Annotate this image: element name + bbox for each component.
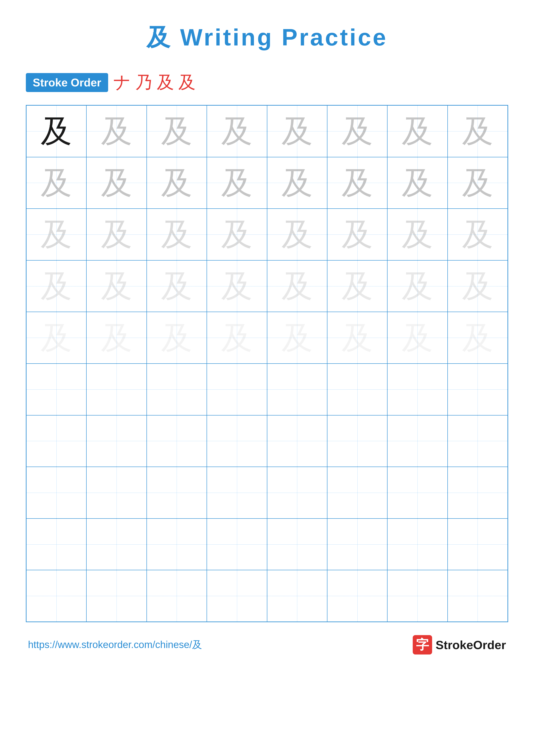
guide-char: 及 bbox=[282, 116, 313, 147]
grid-cell[interactable] bbox=[87, 467, 146, 519]
grid-cell[interactable]: 及 bbox=[207, 105, 267, 157]
grid-cell[interactable] bbox=[267, 364, 327, 415]
grid-cell[interactable]: 及 bbox=[327, 157, 387, 209]
grid-cell[interactable] bbox=[327, 519, 387, 570]
grid-cell[interactable] bbox=[327, 570, 387, 622]
grid-cell[interactable] bbox=[87, 570, 146, 622]
grid-cell[interactable]: 及 bbox=[207, 260, 267, 312]
guide-char: 及 bbox=[282, 167, 313, 199]
grid-cell[interactable] bbox=[207, 467, 267, 519]
footer-brand: 字 StrokeOrder bbox=[413, 635, 506, 655]
grid-cell[interactable]: 及 bbox=[147, 312, 207, 364]
grid-cell[interactable]: 及 bbox=[387, 209, 447, 260]
guide-char: 及 bbox=[221, 322, 252, 353]
grid-cell[interactable]: 及 bbox=[26, 209, 87, 260]
page-title: 及 Writing Practice bbox=[26, 21, 508, 54]
grid-cell[interactable] bbox=[267, 467, 327, 519]
grid-cell[interactable] bbox=[207, 364, 267, 415]
stroke-char-3: 及 bbox=[157, 71, 174, 94]
grid-cell[interactable] bbox=[87, 519, 146, 570]
grid-cell[interactable] bbox=[26, 519, 87, 570]
grid-cell[interactable]: 及 bbox=[207, 209, 267, 260]
grid-cell[interactable]: 及 bbox=[447, 157, 508, 209]
grid-cell[interactable] bbox=[147, 467, 207, 519]
grid-cell[interactable]: 及 bbox=[87, 157, 146, 209]
grid-cell[interactable]: 及 bbox=[87, 312, 146, 364]
guide-char: 及 bbox=[161, 270, 192, 302]
grid-cell[interactable] bbox=[447, 570, 508, 622]
grid-cell[interactable]: 及 bbox=[327, 209, 387, 260]
grid-cell[interactable] bbox=[207, 570, 267, 622]
grid-cell[interactable]: 及 bbox=[207, 312, 267, 364]
grid-cell[interactable] bbox=[447, 364, 508, 415]
grid-cell[interactable]: 及 bbox=[26, 260, 87, 312]
grid-cell[interactable]: 及 bbox=[87, 260, 146, 312]
grid-cell[interactable] bbox=[267, 570, 327, 622]
guide-char: 及 bbox=[342, 116, 373, 147]
grid-cell[interactable]: 及 bbox=[267, 209, 327, 260]
grid-cell[interactable]: 及 bbox=[447, 209, 508, 260]
grid-cell[interactable] bbox=[26, 570, 87, 622]
grid-cell[interactable] bbox=[387, 467, 447, 519]
grid-cell[interactable]: 及 bbox=[387, 105, 447, 157]
grid-cell[interactable] bbox=[447, 519, 508, 570]
grid-cell[interactable] bbox=[147, 415, 207, 467]
guide-char: 及 bbox=[462, 116, 493, 147]
grid-cell[interactable] bbox=[147, 364, 207, 415]
guide-char: 及 bbox=[342, 219, 373, 250]
grid-cell[interactable]: 及 bbox=[26, 157, 87, 209]
grid-cell[interactable]: 及 bbox=[26, 312, 87, 364]
grid-cell[interactable]: 及 bbox=[327, 260, 387, 312]
grid-cell[interactable] bbox=[147, 570, 207, 622]
grid-cell[interactable]: 及 bbox=[147, 157, 207, 209]
grid-cell[interactable]: 及 bbox=[327, 312, 387, 364]
guide-char: 及 bbox=[402, 322, 433, 353]
grid-cell[interactable] bbox=[26, 415, 87, 467]
guide-char: 及 bbox=[221, 219, 252, 250]
grid-cell[interactable]: 及 bbox=[87, 105, 146, 157]
grid-cell[interactable] bbox=[26, 364, 87, 415]
guide-char: 及 bbox=[221, 270, 252, 302]
grid-cell[interactable]: 及 bbox=[147, 105, 207, 157]
grid-cell[interactable]: 及 bbox=[387, 260, 447, 312]
guide-char: 及 bbox=[462, 270, 493, 302]
grid-cell[interactable]: 及 bbox=[26, 105, 87, 157]
grid-cell[interactable]: 及 bbox=[327, 105, 387, 157]
grid-cell[interactable]: 及 bbox=[447, 312, 508, 364]
grid-cell[interactable]: 及 bbox=[267, 105, 327, 157]
grid-cell[interactable] bbox=[87, 415, 146, 467]
grid-cell[interactable]: 及 bbox=[267, 260, 327, 312]
grid-cell[interactable] bbox=[147, 519, 207, 570]
grid-cell[interactable] bbox=[387, 519, 447, 570]
grid-cell[interactable] bbox=[26, 467, 87, 519]
guide-char: 及 bbox=[101, 219, 132, 250]
grid-cell[interactable]: 及 bbox=[87, 209, 146, 260]
grid-cell[interactable] bbox=[207, 415, 267, 467]
guide-char: 及 bbox=[41, 167, 72, 199]
grid-cell[interactable] bbox=[327, 415, 387, 467]
grid-cell[interactable] bbox=[387, 364, 447, 415]
grid-cell[interactable]: 及 bbox=[267, 312, 327, 364]
guide-char: 及 bbox=[462, 322, 493, 353]
grid-cell[interactable]: 及 bbox=[147, 209, 207, 260]
grid-cell[interactable]: 及 bbox=[267, 157, 327, 209]
grid-cell[interactable]: 及 bbox=[447, 260, 508, 312]
practice-grid[interactable]: 及及及及及及及及及及及及及及及及及及及及及及及及及及及及及及及及及及及及及及及及 bbox=[26, 105, 508, 622]
grid-cell[interactable]: 及 bbox=[147, 260, 207, 312]
grid-cell[interactable]: 及 bbox=[387, 312, 447, 364]
grid-cell[interactable] bbox=[267, 415, 327, 467]
grid-cell[interactable]: 及 bbox=[447, 105, 508, 157]
guide-char: 及 bbox=[402, 116, 433, 147]
grid-cell[interactable] bbox=[387, 415, 447, 467]
grid-cell[interactable] bbox=[87, 364, 146, 415]
grid-cell[interactable]: 及 bbox=[207, 157, 267, 209]
grid-cell[interactable] bbox=[207, 519, 267, 570]
grid-cell[interactable] bbox=[447, 415, 508, 467]
grid-cell[interactable] bbox=[327, 467, 387, 519]
stroke-char-4: 及 bbox=[178, 71, 195, 94]
grid-cell[interactable] bbox=[387, 570, 447, 622]
grid-cell[interactable] bbox=[267, 519, 327, 570]
grid-cell[interactable] bbox=[447, 467, 508, 519]
grid-cell[interactable] bbox=[327, 364, 387, 415]
grid-cell[interactable]: 及 bbox=[387, 157, 447, 209]
